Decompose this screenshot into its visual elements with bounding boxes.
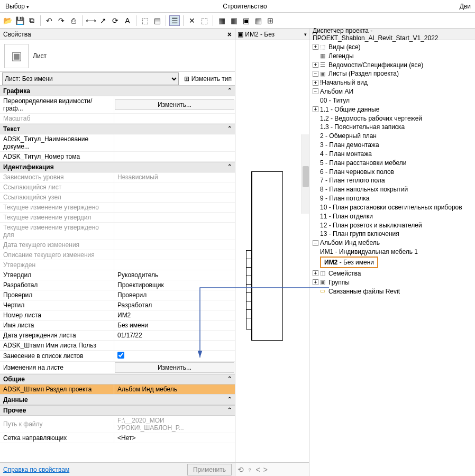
scrollbar-v[interactable] <box>302 134 309 214</box>
open-icon[interactable]: 📂 <box>2 15 13 26</box>
tool-a-icon[interactable]: ▦ <box>216 15 227 26</box>
3d-icon[interactable]: ⬚ <box>140 15 150 26</box>
project-tree: +⬚Виды (все) ▦Легенды +☰Ведомости/Специф… <box>309 40 475 297</box>
section-data[interactable]: Данные⌃ <box>0 395 235 405</box>
expand-icon[interactable]: + <box>313 279 318 285</box>
properties-help-link[interactable]: Справка по свойствам <box>3 466 69 473</box>
isolate-icon[interactable]: ⬚ <box>199 15 209 26</box>
tree-families[interactable]: Семейства <box>328 270 361 277</box>
collapse-icon[interactable]: − <box>313 240 318 246</box>
section-other[interactable]: Прочее⌃ <box>0 405 235 416</box>
rotate-icon[interactable]: ⟳ <box>110 15 121 26</box>
view-footer: ⟲ ♀ < > <box>235 462 309 476</box>
panel-title: Свойства <box>3 31 31 38</box>
close-icon[interactable]: × <box>227 30 232 39</box>
tree-links[interactable]: Связанные файлы Revit <box>328 287 400 295</box>
sheet-drawing[interactable] <box>251 171 283 341</box>
browser-title-bar: Диспетчер проекта - ПРОЕКТ_Shablon_AI_Re… <box>309 29 475 40</box>
nav-prev-icon[interactable]: < <box>256 465 260 474</box>
views-icon: ⬚ <box>320 43 327 50</box>
expand-icon[interactable]: + <box>313 270 318 276</box>
expand-icon[interactable]: + <box>313 80 318 86</box>
tool-b-icon[interactable]: ▥ <box>229 15 239 26</box>
expand-icon[interactable]: + <box>313 62 318 68</box>
type-selector[interactable]: ▣ Лист <box>0 40 235 72</box>
collapse-icon[interactable]: − <box>313 88 318 94</box>
appears-in-sheet-list-checkbox[interactable] <box>114 351 235 361</box>
properties-title-bar: Свойства × <box>0 29 235 40</box>
document-icon: ▣ <box>238 31 243 38</box>
drawing-view: ▣ ИМ2 - Без ▾ ⟲ ♀ < > <box>235 29 309 476</box>
menu-select[interactable]: Выбор ▾ <box>0 3 34 10</box>
tool-d-icon[interactable]: ▦ <box>253 15 263 26</box>
tree-legends[interactable]: Легенды <box>328 52 354 60</box>
measure-icon[interactable]: ↗ <box>98 15 108 26</box>
browser-title: Диспетчер проекта - ПРОЕКТ_Shablon_AI_Re… <box>313 27 472 42</box>
project-browser-panel: Диспетчер проекта - ПРОЕКТ_Shablon_AI_Re… <box>309 29 475 476</box>
section-common[interactable]: Общие⌃ <box>0 374 235 385</box>
highlighted-property-row[interactable]: ADSK_Штамп Раздел проектаАльбом Инд мебе… <box>0 385 235 395</box>
redo-icon[interactable]: ↷ <box>56 15 67 26</box>
properties-list: Графика⌃ Переопределения видимости/граф.… <box>0 86 235 462</box>
sheet-type-icon: ▣ <box>4 44 29 68</box>
instance-select[interactable]: Лист: Без имени <box>2 72 179 85</box>
section-text[interactable]: Текст⌃ <box>0 124 235 134</box>
expand-icon[interactable]: + <box>313 106 318 112</box>
tree-groups[interactable]: Группы <box>328 279 350 286</box>
menu-right[interactable]: Дви <box>455 3 475 10</box>
families-icon: ◫ <box>320 270 327 277</box>
visibility-edit-button[interactable]: Изменить... <box>115 99 234 110</box>
nav-a-icon[interactable]: ⟲ <box>238 465 244 474</box>
dimension-icon[interactable]: ⟷ <box>86 15 96 26</box>
active-view-icon[interactable]: ☰ <box>169 15 180 26</box>
menu-construction[interactable]: Строительство <box>34 3 455 10</box>
legends-icon: ▦ <box>320 52 327 59</box>
hide-icon[interactable]: ✕ <box>187 15 197 26</box>
nav-next-icon[interactable]: > <box>263 465 268 474</box>
tree-schedules[interactable]: Ведомости/Спецификации (все) <box>328 61 423 68</box>
copy-icon[interactable]: ⧉ <box>26 15 37 26</box>
schedules-icon: ☰ <box>320 61 327 68</box>
edit-type-button[interactable]: ⊞ Изменить тип <box>181 75 235 83</box>
sheets-icon: ▣ <box>320 70 327 77</box>
menu-bar: Выбор ▾ Строительство Дви <box>0 0 475 13</box>
groups-icon: ▣ <box>320 279 327 286</box>
save-icon[interactable]: 💾 <box>14 15 25 26</box>
print-icon[interactable]: ⎙ <box>68 15 79 26</box>
properties-panel: Свойства × ▣ Лист Лист: Без имени ⊞ Изме… <box>0 29 235 476</box>
collapse-icon[interactable]: − <box>313 71 318 77</box>
tree-selected-sheet[interactable]: ИМ2 - Без имени <box>320 257 378 268</box>
tool-e-icon[interactable]: ⊞ <box>265 15 276 26</box>
prop-visibility-override: Переопределения видимости/граф... <box>0 96 114 113</box>
apply-button[interactable]: Применить <box>187 464 232 475</box>
toolbar: 📂 💾 ⧉ ↶ ↷ ⎙ ⟷ ↗ ⟳ A ⬚ ▤ ☰ ✕ ⬚ ▦ ▥ ▣ ▦ ⊞ <box>0 13 475 29</box>
tree-views[interactable]: Виды (все) <box>328 43 361 51</box>
section-graphics[interactable]: Графика⌃ <box>0 86 235 96</box>
section-identification[interactable]: Идентификация⌃ <box>0 162 235 172</box>
dropdown-icon[interactable]: ▾ <box>304 32 307 37</box>
prop-scale: Масштаб <box>0 114 114 123</box>
tree-sheets[interactable]: Листы (Раздел проекта) <box>328 70 399 77</box>
properties-footer: Справка по свойствам Применить <box>0 462 235 476</box>
links-icon: ⬭ <box>320 288 327 295</box>
expand-icon[interactable]: + <box>313 44 318 50</box>
sheet-icon[interactable]: ▤ <box>152 15 162 26</box>
view-tab[interactable]: ▣ ИМ2 - Без ▾ <box>235 29 309 40</box>
undo-icon[interactable]: ↶ <box>44 15 54 26</box>
revisions-edit-button[interactable]: Изменить... <box>115 362 234 373</box>
nav-b-icon[interactable]: ♀ <box>247 465 253 474</box>
tool-c-icon[interactable]: ▣ <box>241 15 251 26</box>
edit-type-icon: ⊞ <box>184 75 189 83</box>
text-icon[interactable]: A <box>122 15 133 26</box>
